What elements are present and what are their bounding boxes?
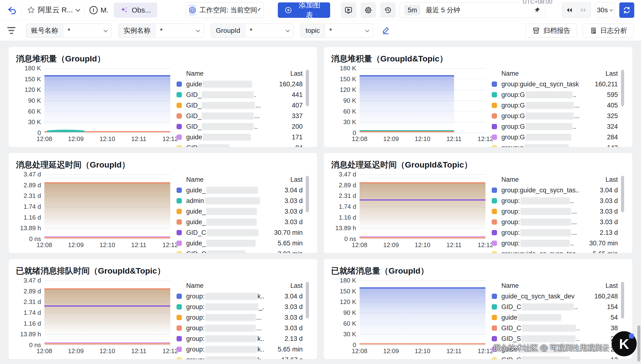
x-tick-label: 12:11 (446, 347, 462, 355)
fast-forward-icon (580, 6, 587, 14)
legend-header-name: Name (186, 282, 264, 290)
step-back-button[interactable] (562, 3, 576, 18)
legend-row[interactable]: group:G..324 (492, 121, 618, 132)
log-analysis-label: 日志分析 (600, 26, 627, 35)
legend-row[interactable]: group:...3.03 d (492, 206, 618, 217)
back-icon[interactable] (7, 5, 17, 15)
legend-row[interactable]: group:guide_cq_sycn_tas...5.65 min (492, 248, 618, 253)
legend-row[interactable]: GID_C30.70 min (177, 227, 303, 238)
series-swatch (492, 113, 497, 118)
series-name-suffix: ... (255, 102, 261, 109)
legend-scrollbar-thumb[interactable] (306, 176, 309, 212)
plot-region[interactable] (360, 68, 485, 133)
legend-row[interactable]: GID_C...38 (492, 323, 618, 334)
filter-value-dropdown[interactable]: * (156, 24, 204, 37)
plot-region[interactable] (360, 280, 485, 345)
edit-filters-button[interactable] (381, 26, 390, 36)
legend-row[interactable]: group:g143 (492, 142, 618, 147)
legend-scrollbar-thumb[interactable] (306, 282, 309, 318)
legend-row[interactable]: group:G..595 (492, 90, 618, 100)
legend-row[interactable]: guide160,248 (177, 79, 303, 90)
redacted-text (520, 229, 571, 236)
chevron-down-icon[interactable] (76, 7, 80, 12)
legend-scrollbar-thumb[interactable] (621, 70, 624, 106)
y-tick-label: 30 K (28, 118, 41, 126)
legend-row[interactable]: group:G...325 (492, 111, 618, 121)
legend-row[interactable]: group:G284 (492, 132, 618, 142)
info-item[interactable]: i M. (90, 6, 109, 14)
legend-row[interactable]: GID_O2.93 min (177, 248, 303, 253)
series-last-value: 2.93 min (264, 250, 303, 253)
chart-grid: 3.47 d2.89 d2.31 d1.74 d1.16 d13.89 h0 n… (331, 174, 485, 239)
legend-row[interactable]: guide_3.04 d (177, 185, 303, 196)
legend-row[interactable]: group:_...3.03 d (177, 302, 303, 312)
legend-row[interactable]: group:...2.13 d (492, 227, 618, 238)
series-area (44, 288, 170, 345)
legend-row[interactable]: admin3.03 d (177, 196, 303, 206)
filter-value-dropdown[interactable]: * (63, 24, 111, 37)
present-button[interactable] (341, 2, 356, 18)
legend-scrollbar-thumb[interactable] (306, 70, 309, 106)
plot-region[interactable] (44, 280, 170, 345)
legend-row[interactable]: GID_...337 (177, 111, 303, 121)
settings-button[interactable] (361, 2, 376, 18)
time-range-picker[interactable]: 5m 最近 5 分钟 UTC+08:00 (400, 2, 545, 18)
legend-row[interactable]: group:guide_cq_sycn_tas...3.04 d (492, 185, 618, 196)
legend-row[interactable]: group:..3.03 d (492, 196, 618, 206)
add-chart-button[interactable]: 添加图表 (278, 2, 330, 18)
legend-scrollbar-thumb[interactable] (621, 176, 624, 212)
obs-button[interactable]: Obs... (114, 3, 157, 18)
redacted-text (206, 208, 257, 215)
toolbar-icon-group (341, 2, 396, 18)
legend-row[interactable]: guide_3.03 d (177, 206, 303, 217)
legend-row[interactable]: group:k...3.04 d (177, 291, 303, 302)
legend-row[interactable]: GID84 (177, 142, 303, 147)
legend-row[interactable]: group:...3.03 d (492, 217, 618, 227)
series-last-value: 3.03 d (264, 208, 303, 215)
series-name-text: group: (501, 197, 520, 205)
log-analysis-button[interactable]: 日志分析 (583, 24, 634, 38)
favorite-star-icon[interactable] (27, 6, 36, 14)
history-button[interactable] (380, 2, 396, 18)
refresh-button[interactable] (619, 2, 634, 18)
legend-row[interactable]: GID_S...24 (492, 334, 618, 344)
legend-row[interactable]: group:G...405 (492, 100, 618, 111)
filter-value-dropdown[interactable]: * (245, 24, 294, 37)
legend-row[interactable]: group:k...5.65 min (177, 344, 303, 354)
plot-region[interactable] (360, 174, 485, 239)
plot-region[interactable] (44, 174, 170, 239)
legend-row[interactable]: guide54 (492, 312, 618, 323)
series-name: group:G... (501, 112, 579, 120)
filter-icon[interactable] (7, 27, 16, 34)
legend-row[interactable]: group:...3.03 d (177, 312, 303, 323)
archive-icon (532, 27, 540, 34)
legend-row[interactable]: group:...3.03 d (177, 323, 303, 334)
legend-row[interactable]: group:k...17.67 s (177, 354, 303, 359)
legend-row[interactable]: group:k...2.13 d (177, 334, 303, 344)
workspace-select[interactable]: 工作空间: 当前空间 (186, 2, 264, 18)
archive-report-button[interactable]: 归档报告 (526, 24, 577, 38)
legend-row[interactable]: GID_...407 (177, 100, 303, 111)
series-swatch (492, 251, 497, 253)
plot-region[interactable] (44, 68, 170, 133)
page-scrollbar-thumb[interactable] (637, 326, 640, 362)
legend-row[interactable]: GID_C..154 (492, 302, 618, 312)
legend-row[interactable]: GID_.441 (177, 90, 303, 100)
legend-row[interactable]: guide_cq_sycn_task_dev160,248 (492, 291, 618, 302)
series-name-text: group: (186, 303, 205, 311)
legend-scrollbar-thumb[interactable] (621, 282, 624, 318)
pin-icon[interactable] (533, 6, 541, 14)
refresh-interval-select[interactable]: 30s (595, 2, 614, 18)
legend-row[interactable]: group:..30.70 min (492, 238, 618, 248)
redacted-text (522, 303, 574, 310)
legend-row[interactable]: GID_C...12 (492, 354, 618, 359)
legend-row[interactable]: guide171 (177, 132, 303, 142)
dashboard-title[interactable]: 阿里云 R... (38, 5, 73, 15)
step-forward-button[interactable] (577, 3, 590, 18)
redacted-text (205, 197, 260, 204)
legend-row[interactable]: group:guide_cq_sycn_task160,211 (492, 79, 618, 90)
legend-row[interactable]: GID_..200 (177, 121, 303, 132)
legend-row[interactable]: guide_5.65 min (177, 238, 303, 248)
filter-value-dropdown[interactable]: * (325, 24, 373, 37)
legend-row[interactable]: guide_3.03 d (177, 217, 303, 227)
